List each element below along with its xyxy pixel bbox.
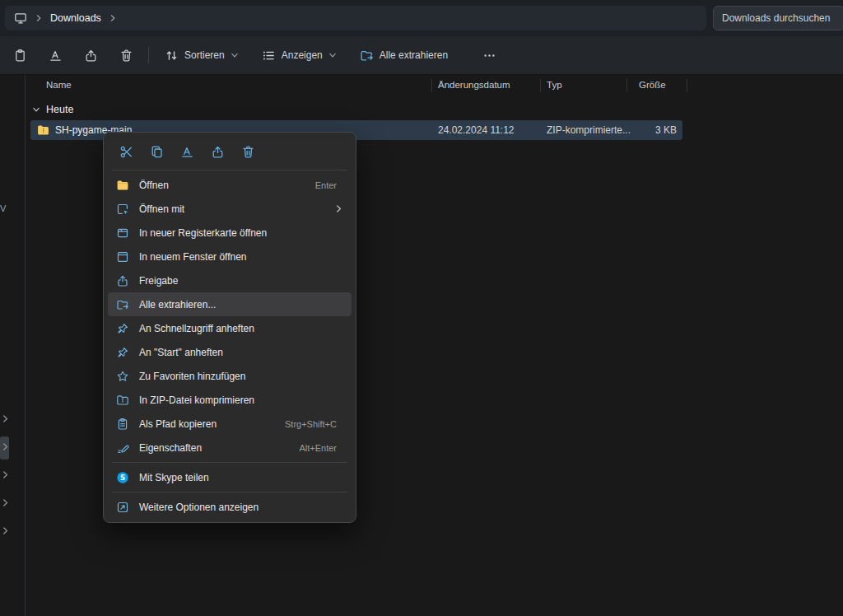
address-bar: Downloads <box>0 0 843 36</box>
quick-actions-row <box>107 136 352 167</box>
menu-item-skype-share[interactable]: Mit Skype teilen <box>108 465 352 489</box>
copy-path-icon <box>115 418 129 431</box>
cut-button[interactable] <box>113 139 139 164</box>
breadcrumb-downloads[interactable]: Downloads <box>50 12 101 24</box>
extract-icon <box>115 298 129 311</box>
menu-item-label: Alle extrahieren... <box>139 299 344 310</box>
command-bar: Sortieren Anzeigen Alle extrahieren <box>0 36 843 75</box>
share-icon <box>84 49 98 63</box>
menu-item-label: Zu Favoriten hinzufügen <box>139 371 344 382</box>
toolbar-separator <box>148 47 149 63</box>
share-icon <box>115 274 129 287</box>
share-button[interactable] <box>204 139 231 164</box>
menu-item-pin-start[interactable]: An "Start" anheften <box>108 340 352 364</box>
group-header-today[interactable]: Heute <box>32 101 73 118</box>
menu-separator <box>112 170 347 170</box>
menu-item-open-new-tab[interactable]: In neuer Registerkarte öffnen <box>108 221 352 245</box>
view-icon <box>262 49 276 63</box>
menu-separator <box>112 492 347 492</box>
column-header-name[interactable]: Name <box>46 80 72 90</box>
rename-icon <box>49 49 63 63</box>
menu-item-label: Eigenschaften <box>139 442 299 454</box>
menu-item-share[interactable]: Freigabe <box>108 268 352 292</box>
extract-all-button[interactable]: Alle extrahieren <box>352 41 456 69</box>
delete-icon <box>241 145 255 159</box>
breadcrumb: Downloads <box>5 6 706 30</box>
column-headers: Name Änderungsdatum Typ Größe <box>26 75 843 96</box>
rename-button[interactable] <box>40 41 70 69</box>
this-pc-icon <box>14 12 27 25</box>
menu-item-label: In neuem Fenster öffnen <box>139 251 344 263</box>
chevron-right-icon <box>109 14 117 22</box>
paste-icon <box>13 49 27 63</box>
nav-expand-chevron-icon[interactable] <box>1 414 11 426</box>
chevron-down-icon <box>231 51 239 59</box>
share-button[interactable] <box>76 41 105 69</box>
star-icon <box>115 370 129 383</box>
menu-item-label: In neuer Registerkarte öffnen <box>139 227 344 239</box>
pin-icon <box>115 322 129 335</box>
delete-button[interactable] <box>111 41 141 69</box>
menu-item-label: An "Start" anheften <box>139 347 344 358</box>
nav-pane-fragment: V <box>0 203 6 213</box>
rename-button[interactable] <box>174 139 200 164</box>
menu-item-add-favorites[interactable]: Zu Favoriten hinzufügen <box>108 364 352 388</box>
menu-item-more-options[interactable]: Weitere Optionen anzeigen <box>108 495 352 519</box>
file-type: ZIP-komprimierte... <box>547 124 631 136</box>
copy-button[interactable] <box>143 139 170 164</box>
delete-button[interactable] <box>235 139 261 164</box>
nav-expand-chevron-icon[interactable] <box>1 526 11 538</box>
search-box <box>713 6 843 30</box>
menu-item-label: Als Pfad kopieren <box>139 418 285 430</box>
extract-label: Alle extrahieren <box>380 49 448 61</box>
zip-compress-icon <box>115 394 129 407</box>
search-input[interactable] <box>722 12 836 24</box>
nav-expand-chevron-icon[interactable] <box>1 470 11 482</box>
view-button[interactable]: Anzeigen <box>254 41 345 69</box>
more-icon <box>482 49 496 63</box>
menu-item-open[interactable]: Öffnen Enter <box>108 173 352 197</box>
menu-item-open-with[interactable]: Öffnen mit <box>108 197 352 221</box>
zip-folder-icon <box>36 124 50 137</box>
more-options-icon <box>115 501 129 514</box>
menu-item-shortcut: Alt+Enter <box>299 443 337 453</box>
copy-icon <box>150 145 164 159</box>
folder-open-icon <box>115 179 129 192</box>
share-icon <box>211 145 225 159</box>
menu-item-shortcut: Enter <box>315 180 337 190</box>
column-separator <box>687 79 687 92</box>
menu-item-properties[interactable]: Eigenschaften Alt+Enter <box>108 436 352 460</box>
nav-expand-chevron-icon[interactable] <box>1 442 11 454</box>
column-header-type[interactable]: Typ <box>547 80 562 90</box>
nav-expand-chevron-icon[interactable] <box>1 498 11 510</box>
new-window-icon <box>115 250 129 264</box>
menu-item-extract-all[interactable]: Alle extrahieren... <box>108 292 352 316</box>
sort-label: Sortieren <box>184 49 225 61</box>
menu-item-label: Öffnen mit <box>139 203 334 215</box>
cut-icon <box>119 145 133 159</box>
menu-item-label: Mit Skype teilen <box>139 472 344 483</box>
paste-button[interactable] <box>5 41 35 69</box>
menu-item-copy-path[interactable]: Als Pfad kopieren Strg+Shift+C <box>108 412 352 436</box>
context-menu: Öffnen Enter Öffnen mit In neuer Registe… <box>103 132 356 523</box>
new-tab-icon <box>115 226 129 240</box>
menu-item-open-new-window[interactable]: In neuem Fenster öffnen <box>108 245 352 268</box>
menu-separator <box>112 462 347 463</box>
sort-button[interactable]: Sortieren <box>156 41 247 69</box>
menu-item-compress-zip[interactable]: In ZIP-Datei komprimieren <box>108 388 352 412</box>
menu-item-shortcut: Strg+Shift+C <box>285 419 337 429</box>
column-header-size[interactable]: Größe <box>639 80 666 90</box>
open-with-icon <box>115 203 129 216</box>
view-label: Anzeigen <box>282 49 323 61</box>
more-options-button[interactable] <box>474 41 504 69</box>
menu-item-label: Weitere Optionen anzeigen <box>139 502 344 513</box>
chevron-down-icon <box>328 51 337 59</box>
column-separator <box>626 79 627 92</box>
submenu-chevron-icon <box>334 204 343 213</box>
column-header-date[interactable]: Änderungsdatum <box>438 80 510 90</box>
chevron-down-icon <box>32 105 40 114</box>
menu-item-pin-quick-access[interactable]: An Schnellzugriff anheften <box>108 316 352 340</box>
menu-item-label: An Schnellzugriff anheften <box>139 323 344 334</box>
menu-item-label: In ZIP-Datei komprimieren <box>139 394 344 406</box>
rename-icon <box>180 145 194 159</box>
